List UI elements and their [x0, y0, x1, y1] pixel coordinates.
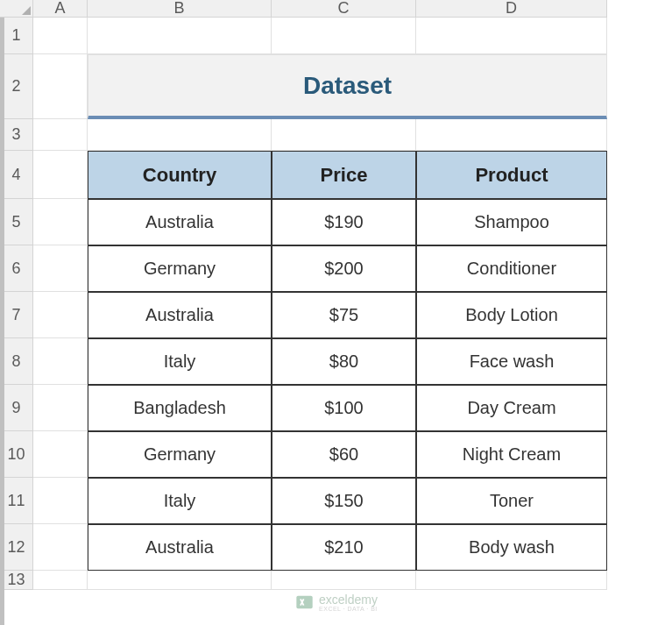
row-header-5[interactable]: 5	[0, 199, 33, 245]
col-header-d[interactable]: D	[416, 0, 607, 18]
table-row[interactable]: Bangladesh	[88, 385, 272, 431]
cell-a10[interactable]	[33, 431, 88, 478]
spreadsheet-grid: A B C D 1 2 Dataset 3 4 Country Price Pr…	[0, 0, 672, 590]
table-row[interactable]: Italy	[88, 478, 272, 524]
table-row[interactable]: Body wash	[416, 524, 607, 571]
row-header-1[interactable]: 1	[0, 18, 33, 54]
cell-c3[interactable]	[272, 119, 416, 151]
row-header-7[interactable]: 7	[0, 292, 33, 338]
dataset-title[interactable]: Dataset	[88, 54, 607, 119]
cell-b13[interactable]	[88, 571, 272, 590]
col-header-c[interactable]: C	[272, 0, 416, 18]
cell-c1[interactable]	[272, 18, 416, 54]
cell-b1[interactable]	[88, 18, 272, 54]
cell-c13[interactable]	[272, 571, 416, 590]
cell-a5[interactable]	[33, 199, 88, 245]
table-row[interactable]: $100	[272, 385, 416, 431]
table-row[interactable]: Face wash	[416, 338, 607, 385]
watermark-text: exceldemy EXCEL · DATA · BI	[319, 593, 378, 612]
cell-a7[interactable]	[33, 292, 88, 338]
table-header-price[interactable]: Price	[272, 151, 416, 199]
cell-a11[interactable]	[33, 478, 88, 524]
row-header-12[interactable]: 12	[0, 524, 33, 571]
table-row[interactable]: Day Cream	[416, 385, 607, 431]
table-row[interactable]: $210	[272, 524, 416, 571]
table-row[interactable]: Germany	[88, 245, 272, 292]
cell-b3[interactable]	[88, 119, 272, 151]
cell-d3[interactable]	[416, 119, 607, 151]
row-header-6[interactable]: 6	[0, 245, 33, 292]
table-row[interactable]: Body Lotion	[416, 292, 607, 338]
table-row[interactable]: Australia	[88, 199, 272, 245]
row-header-8[interactable]: 8	[0, 338, 33, 385]
cell-a13[interactable]	[33, 571, 88, 590]
table-row[interactable]: Australia	[88, 524, 272, 571]
cell-a12[interactable]	[33, 524, 88, 571]
table-row[interactable]: Night Cream	[416, 431, 607, 478]
table-row[interactable]: Australia	[88, 292, 272, 338]
cell-a6[interactable]	[33, 245, 88, 292]
row-header-13[interactable]: 13	[0, 571, 33, 590]
svg-rect-0	[296, 596, 312, 609]
table-row[interactable]: Toner	[416, 478, 607, 524]
gutter-left	[0, 0, 4, 625]
row-header-9[interactable]: 9	[0, 385, 33, 431]
table-header-country[interactable]: Country	[88, 151, 272, 199]
cell-a2[interactable]	[33, 54, 88, 119]
table-row[interactable]: $150	[272, 478, 416, 524]
cell-a1[interactable]	[33, 18, 88, 54]
table-row[interactable]: $60	[272, 431, 416, 478]
cell-a3[interactable]	[33, 119, 88, 151]
cell-d1[interactable]	[416, 18, 607, 54]
table-row[interactable]: Conditioner	[416, 245, 607, 292]
row-header-10[interactable]: 10	[0, 431, 33, 478]
row-header-11[interactable]: 11	[0, 478, 33, 524]
table-row[interactable]: $75	[272, 292, 416, 338]
cell-a9[interactable]	[33, 385, 88, 431]
row-header-4[interactable]: 4	[0, 151, 33, 199]
row-header-2[interactable]: 2	[0, 54, 33, 119]
cell-d13[interactable]	[416, 571, 607, 590]
row-header-3[interactable]: 3	[0, 119, 33, 151]
watermark: exceldemy EXCEL · DATA · BI	[294, 593, 378, 612]
excel-icon	[294, 593, 314, 612]
table-row[interactable]: Italy	[88, 338, 272, 385]
col-header-a[interactable]: A	[33, 0, 88, 18]
cell-a4[interactable]	[33, 151, 88, 199]
select-all-corner[interactable]	[0, 0, 33, 18]
table-row[interactable]: Germany	[88, 431, 272, 478]
col-header-b[interactable]: B	[88, 0, 272, 18]
table-row[interactable]: $200	[272, 245, 416, 292]
table-row[interactable]: $80	[272, 338, 416, 385]
table-row[interactable]: $190	[272, 199, 416, 245]
cell-a8[interactable]	[33, 338, 88, 385]
table-row[interactable]: Shampoo	[416, 199, 607, 245]
watermark-tagline: EXCEL · DATA · BI	[319, 606, 378, 612]
watermark-name: exceldemy	[319, 593, 378, 606]
table-header-product[interactable]: Product	[416, 151, 607, 199]
